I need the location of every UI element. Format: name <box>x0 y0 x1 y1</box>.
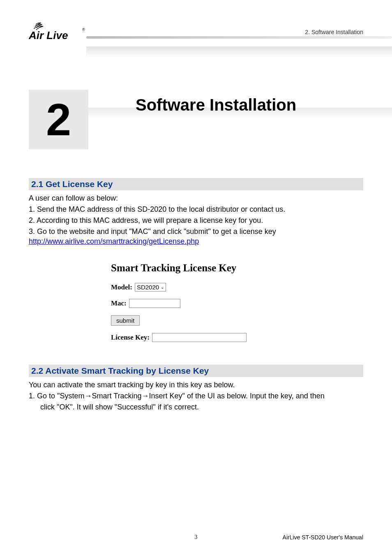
section-heading-22: 2.2 Activate Smart Tracking by License K… <box>29 365 363 377</box>
svg-text:Air Live: Air Live <box>29 29 68 42</box>
brand-logo: Air Live ® <box>29 21 86 45</box>
form-title: Smart Tracking License Key <box>111 262 275 274</box>
chapter-number-box: 2 <box>29 90 88 149</box>
model-select[interactable]: SD2020 ⌄ <box>135 283 166 291</box>
submit-button[interactable]: submit <box>111 315 140 326</box>
page-number: 3 <box>195 534 198 541</box>
model-value: SD2020 <box>137 284 159 291</box>
section-heading-21: 2.1 Get License Key <box>29 178 363 190</box>
license-link[interactable]: http://www.airlive.com/smarttracking/get… <box>29 237 199 245</box>
section21-step2: 2. According to this MAC address, we wil… <box>29 215 363 226</box>
mac-label: Mac: <box>111 299 127 308</box>
section21-step1: 1. Send the MAC address of this SD-2020 … <box>29 204 363 215</box>
svg-text:®: ® <box>82 28 85 32</box>
header-shadow <box>86 46 392 57</box>
section21-step3: 3. Go to the website and input "MAC" and… <box>29 226 363 237</box>
footer-text: AirLive ST-SD20 User's Manual <box>283 534 363 541</box>
mac-input[interactable] <box>129 299 180 308</box>
license-key-label: License Key: <box>111 333 150 342</box>
model-label: Model: <box>111 283 132 291</box>
license-form-figure: Smart Tracking License Key Model: SD2020… <box>111 262 275 342</box>
breadcrumb: 2. Software Installation <box>305 29 363 35</box>
chapter-number: 2 <box>46 93 71 146</box>
section22-step1: 1. Go to "System→Smart Tracking→Insert K… <box>29 391 363 402</box>
section22-intro: You can activate the smart tracking by k… <box>29 379 363 391</box>
chapter-title: Software Installation <box>136 96 296 114</box>
license-key-input[interactable] <box>152 333 247 342</box>
chevron-down-icon: ⌄ <box>161 285 164 289</box>
section21-intro: A user can follow as below: <box>29 193 363 204</box>
header-divider <box>86 36 392 39</box>
section22-step1-cont: click "OK". It will show "Successful" if… <box>29 402 363 413</box>
